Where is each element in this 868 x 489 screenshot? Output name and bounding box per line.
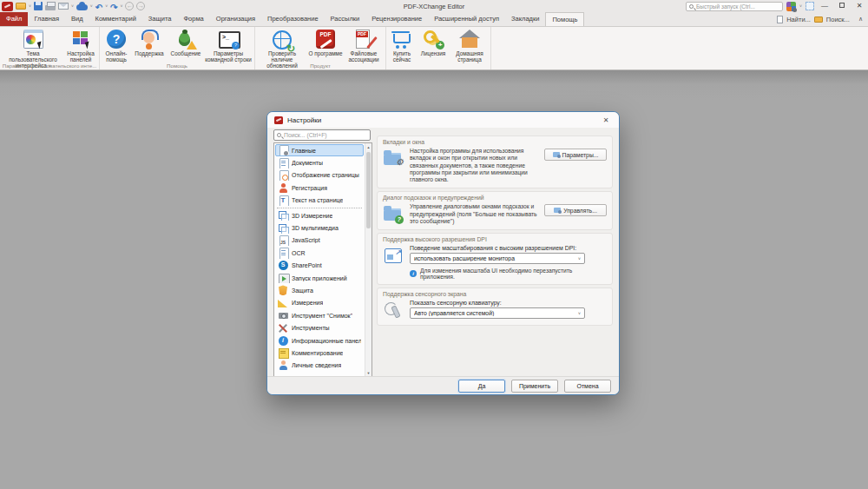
tab-mailings[interactable]: Рассылки bbox=[325, 12, 366, 26]
shield-icon bbox=[278, 285, 288, 295]
quick-launch-search[interactable]: Быстрый запуск (Ctrl... bbox=[686, 2, 783, 11]
share-cloud-icon[interactable] bbox=[76, 4, 88, 10]
redo-icon[interactable] bbox=[110, 0, 117, 14]
touch-keyboard-dropdown[interactable]: Авто (управляется системой) ˅ bbox=[410, 307, 585, 319]
customize-panels-button[interactable]: Настройка панелей bbox=[64, 28, 97, 63]
list-item[interactable]: Главные bbox=[275, 144, 364, 156]
cancel-button[interactable]: Отмена bbox=[564, 380, 611, 393]
javascript-icon bbox=[278, 235, 288, 246]
buy-now-button[interactable]: Купить сейчас bbox=[388, 28, 416, 63]
dropdown-value: использовать расширение монитора bbox=[414, 255, 578, 261]
cursor-icon bbox=[37, 41, 43, 49]
manage-button[interactable]: Управлять... bbox=[544, 204, 607, 216]
folder-gear-icon bbox=[554, 208, 561, 213]
undo-icon[interactable] bbox=[95, 0, 102, 14]
dialog-close-button[interactable]: ✕ bbox=[600, 116, 612, 124]
list-item[interactable]: Комментирование bbox=[275, 347, 364, 359]
tab-form[interactable]: Форма bbox=[177, 12, 209, 26]
search-icon bbox=[277, 133, 281, 137]
pdf-xchange-editor-window: ˅ ˅ ˅ ˅ ˅ PDF-XChange Editor Быстрый зап… bbox=[0, 0, 868, 489]
chevron-down-icon[interactable]: ˅ bbox=[71, 0, 74, 12]
tab-home[interactable]: Главная bbox=[28, 12, 65, 26]
dialog-title: Настройки bbox=[287, 116, 321, 124]
email-icon[interactable] bbox=[58, 3, 69, 10]
ocr-page-icon bbox=[278, 248, 288, 258]
list-item[interactable]: 3D мультимедиа bbox=[275, 221, 364, 234]
dialog-titlebar: Настройки ✕ bbox=[267, 112, 619, 128]
support-button[interactable]: Поддержка bbox=[131, 28, 168, 57]
list-item[interactable]: Информационные панели bbox=[275, 334, 364, 347]
tab-file[interactable]: Файл bbox=[0, 12, 28, 26]
ribbon: Тема пользовательского интерфейса ˅ Наст… bbox=[0, 27, 868, 70]
scrollbar-thumb[interactable] bbox=[366, 152, 371, 228]
online-help-button[interactable]: Онлайн-помощь bbox=[102, 28, 131, 63]
forward-icon[interactable] bbox=[136, 2, 145, 10]
chevron-down-icon: ˅ bbox=[578, 311, 581, 316]
list-item[interactable]: Регистрация bbox=[275, 182, 364, 194]
chevron-down-icon[interactable]: ˅ bbox=[799, 0, 802, 12]
print-icon[interactable] bbox=[45, 5, 56, 10]
commenting-note-icon bbox=[278, 347, 288, 358]
list-item[interactable]: Инструмент "Снимок" bbox=[275, 309, 364, 321]
list-item[interactable]: Измерения bbox=[275, 297, 364, 309]
save-icon[interactable] bbox=[34, 2, 43, 10]
chevron-down-icon[interactable]: ˅ bbox=[90, 0, 93, 12]
command-line-button[interactable]: Параметры командной строки bbox=[204, 28, 253, 63]
home-page-icon bbox=[458, 29, 481, 50]
list-item[interactable]: Отображение страницы bbox=[275, 169, 364, 182]
ok-button[interactable]: Да bbox=[458, 380, 505, 393]
launch-apps-icon bbox=[278, 273, 288, 283]
parameters-button[interactable]: Параметры... bbox=[544, 149, 607, 161]
bug-report-button[interactable]: Сообщение bbox=[168, 28, 204, 57]
list-item[interactable]: Документы bbox=[275, 156, 364, 169]
chevron-down-icon[interactable]: ˅ bbox=[120, 0, 122, 12]
settings-search-input[interactable]: Поиск... (Ctrl+F) bbox=[273, 129, 371, 141]
scroll-up-icon[interactable]: ▲ bbox=[365, 143, 372, 151]
list-scrollbar[interactable]: ▲ ▼ bbox=[365, 143, 372, 377]
info-panels-icon bbox=[278, 335, 288, 346]
file-associations-button[interactable]: Файловые ассоциации bbox=[344, 28, 384, 63]
dpi-behavior-dropdown[interactable]: использовать расширение монитора ˅ bbox=[410, 253, 585, 264]
tab-review[interactable]: Рецензирование bbox=[365, 12, 428, 26]
tab-bookmarks[interactable]: Закладки bbox=[505, 12, 545, 26]
search-button[interactable]: Поиск... bbox=[826, 16, 850, 23]
list-item[interactable]: OCR bbox=[275, 247, 364, 259]
find-button[interactable]: Найти... bbox=[786, 16, 811, 23]
license-icon bbox=[422, 29, 444, 50]
chevron-down-icon[interactable]: ˅ bbox=[105, 0, 108, 12]
list-item[interactable]: SharePoint bbox=[275, 260, 364, 272]
customize-toolbar-icon[interactable] bbox=[786, 2, 796, 11]
close-button[interactable]: ✕ bbox=[852, 0, 866, 12]
home-page-button[interactable]: Домашняя страница bbox=[450, 28, 489, 63]
find-icon bbox=[777, 16, 783, 23]
app-logo-icon bbox=[2, 2, 13, 11]
fullscreen-icon[interactable] bbox=[806, 2, 814, 10]
tab-organize[interactable]: Организация bbox=[210, 12, 261, 26]
collapse-ribbon-icon[interactable]: ∧ bbox=[858, 16, 863, 23]
list-item[interactable]: Инструменты bbox=[275, 321, 364, 334]
apply-button[interactable]: Применить bbox=[511, 380, 558, 393]
tab-help[interactable]: Помощь bbox=[545, 12, 584, 26]
list-item[interactable]: Личные сведения bbox=[275, 360, 364, 372]
tab-protect[interactable]: Защита bbox=[142, 12, 178, 26]
app-logo-icon bbox=[274, 116, 283, 124]
check-updates-icon bbox=[271, 29, 293, 50]
list-item[interactable]: JavaScript bbox=[275, 235, 364, 247]
list-item[interactable]: 3D Измерение bbox=[275, 209, 364, 221]
tab-view[interactable]: Вид bbox=[65, 12, 89, 26]
tab-comment[interactable]: Комментарий bbox=[89, 12, 142, 26]
tab-convert[interactable]: Преобразование bbox=[261, 12, 325, 26]
dpi-behavior-label: Поведение масштабирования с высоким разр… bbox=[410, 245, 607, 251]
list-item[interactable]: Текст на странице bbox=[275, 195, 364, 207]
chevron-down-icon[interactable]: ˅ bbox=[29, 0, 31, 12]
section-description: Настройка программы для использования вк… bbox=[410, 148, 538, 183]
list-item[interactable]: Защита bbox=[275, 284, 364, 296]
license-button[interactable]: Лицензия bbox=[416, 28, 450, 57]
list-item[interactable]: Запуск приложений bbox=[275, 272, 364, 284]
open-file-icon[interactable] bbox=[16, 3, 26, 10]
back-icon[interactable] bbox=[125, 2, 134, 10]
tab-accessibility[interactable]: Расширенный доступ bbox=[428, 12, 505, 26]
minimize-button[interactable]: — bbox=[818, 0, 832, 12]
restore-button[interactable] bbox=[835, 0, 849, 12]
about-button[interactable]: О программе bbox=[307, 28, 344, 57]
